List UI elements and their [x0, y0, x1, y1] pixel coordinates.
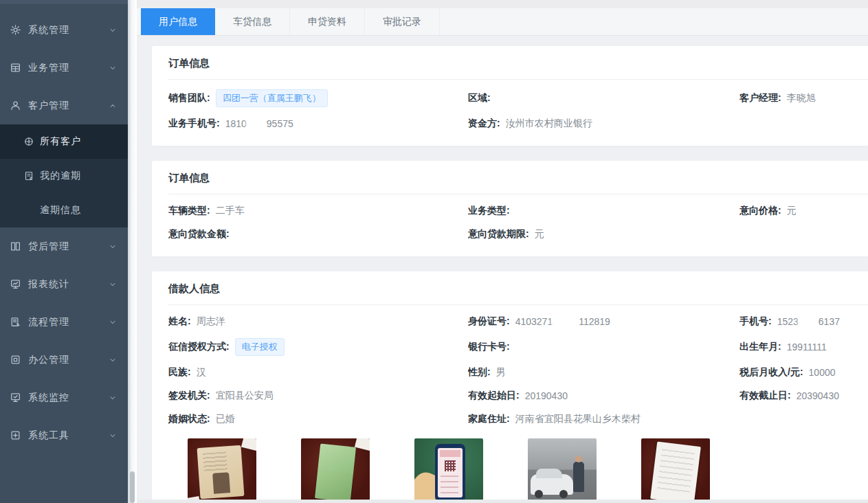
tab-bar: 用户信息 车贷信息 申贷资料 审批记录 — [137, 8, 868, 36]
sidebar-item-business-management[interactable]: 业务管理 — [0, 49, 128, 87]
photo-phone-qr[interactable] — [414, 438, 483, 503]
redaction-patch — [553, 316, 578, 326]
field-value: 20190430 — [525, 390, 568, 401]
field-monthly-income: 税后月收入/元: 10000 — [739, 366, 868, 379]
field-valid-from: 有效起始日: 20190430 — [468, 390, 739, 402]
sidebar-item-label: 系统工具 — [28, 429, 69, 442]
sidebar-item-label: 办公管理 — [28, 354, 69, 366]
field-label: 客户经理: — [739, 92, 781, 104]
field-account-manager: 客户经理: 李晓旭 — [739, 92, 868, 104]
sidebar-item-label: 流程管理 — [28, 316, 69, 328]
sidebar-scrollbar-thumb[interactable] — [130, 471, 135, 503]
wheel-icon — [23, 136, 34, 147]
sidebar-item-label: 报表统计 — [28, 278, 69, 291]
field-value: 4103271112819 — [515, 316, 610, 327]
field-issuing-authority: 签发机关: 宜阳县公安局 — [168, 390, 468, 402]
sidebar-subitem-label: 所有客户 — [40, 135, 81, 148]
sidebar-item-process-management[interactable]: 流程管理 — [0, 303, 128, 341]
document-photos: 身份证 驾驶证原件 — [168, 438, 868, 503]
tab-car-loan-info[interactable]: 车贷信息 — [215, 8, 290, 35]
divider — [168, 304, 868, 305]
photo-item: 人车合影 — [528, 438, 597, 503]
field-label: 银行卡号: — [468, 341, 510, 353]
field-value: 男 — [496, 366, 506, 379]
field-loan-term: 意向贷款期限: 元 — [468, 228, 739, 241]
field-label: 意向贷款金额: — [168, 228, 230, 241]
top-strip — [137, 0, 868, 8]
field-mobile: 手机号: 15236137 — [739, 315, 868, 328]
report-monitor-icon — [10, 278, 21, 290]
field-id-number: 身份证号: 4103271112819 — [468, 315, 739, 328]
field-marital-status: 婚姻状态: 已婚 — [168, 413, 468, 425]
field-sales-team: 销售团队: 四团一营（直属王鹏飞） — [168, 89, 468, 107]
tab-user-info[interactable]: 用户信息 — [141, 8, 215, 35]
office-square-icon — [10, 354, 21, 366]
field-label: 车辆类型: — [168, 205, 210, 217]
field-name: 姓名: 周志洋 — [168, 315, 468, 328]
field-label: 征信授权方式: — [168, 341, 230, 353]
photo-item: 其他材料 — [641, 438, 710, 503]
photo-person-with-car[interactable] — [528, 438, 597, 503]
sidebar-subitem-my-overdue[interactable]: 我的逾期 — [0, 159, 128, 193]
field-gender: 性别: 男 — [468, 366, 739, 379]
notebook-icon — [23, 170, 34, 181]
sidebar-item-report-statistics[interactable]: 报表统计 — [0, 265, 128, 303]
horizontal-scrollbar-track[interactable] — [137, 500, 868, 503]
field-label: 有效起始日: — [468, 390, 520, 402]
field-business-phone: 业务手机号: 181095575 — [168, 118, 468, 130]
photo-green-booklet[interactable] — [301, 438, 370, 503]
field-row: 车辆类型: 二手车 业务类型: 意向价格: 元 — [168, 204, 868, 218]
redaction-patch — [799, 316, 818, 326]
sidebar-item-office-management[interactable]: 办公管理 — [0, 341, 128, 379]
field-label: 姓名: — [168, 315, 191, 328]
tab-label: 用户信息 — [159, 16, 197, 28]
field-value: 元 — [535, 228, 544, 241]
chevron-down-icon — [109, 432, 117, 440]
monitor-check-icon — [10, 392, 21, 403]
sidebar-item-system-management[interactable]: 系统管理 — [0, 11, 128, 49]
field-row: 签发机关: 宜阳县公安局 有效起始日: 20190430 有效截止日: 2039… — [168, 389, 868, 403]
field-row: 婚姻状态: 已婚 家庭住址: 河南省宜阳县花果山乡木柴村 — [168, 412, 868, 426]
field-value: 20390430 — [797, 390, 839, 401]
credit-auth-tag[interactable]: 电子授权 — [235, 338, 285, 356]
page: 系统管理 业务管理 客户管理 — [0, 0, 868, 503]
sidebar-item-label: 系统监控 — [28, 392, 69, 404]
sidebar-item-system-monitor[interactable]: 系统监控 — [0, 379, 128, 416]
sidebar-subitem-label: 逾期信息 — [40, 204, 81, 216]
sidebar-nav: 系统管理 业务管理 客户管理 — [0, 4, 128, 454]
sidebar: 系统管理 业务管理 客户管理 — [0, 0, 128, 503]
field-label: 意向贷款期限: — [468, 228, 529, 241]
tab-content: 订单信息 销售团队: 四团一营（直属王鹏飞） 区域: 客户经理: 李晓旭 — [137, 36, 868, 503]
photo-document-paper[interactable] — [641, 438, 710, 503]
sidebar-item-customer-management[interactable]: 客户管理 — [0, 87, 128, 124]
field-valid-to: 有效截止日: 20390430 — [739, 390, 868, 402]
sidebar-subitem-overdue-info[interactable]: 逾期信息 — [0, 193, 128, 227]
photo-id-card[interactable] — [188, 438, 256, 503]
card-title: 订单信息 — [168, 57, 868, 70]
sales-team-tag[interactable]: 四团一营（直属王鹏飞） — [216, 89, 328, 107]
tab-loan-application-materials[interactable]: 申贷资料 — [290, 8, 365, 35]
field-value: 宜阳县公安局 — [216, 390, 274, 402]
field-value: 李晓旭 — [787, 92, 816, 104]
field-row: 意向贷款金额: 意向贷款期限: 元 — [168, 227, 868, 241]
chevron-down-icon — [109, 394, 117, 402]
divider — [168, 79, 868, 80]
field-region: 区域: — [468, 92, 739, 104]
field-label: 销售团队: — [168, 92, 210, 104]
tab-label: 申贷资料 — [308, 16, 346, 28]
sidebar-item-postloan-management[interactable]: 贷后管理 — [0, 227, 128, 265]
sidebar-subitem-all-customers[interactable]: 所有客户 — [0, 124, 128, 159]
sidebar-item-system-tools[interactable]: 系统工具 — [0, 416, 128, 454]
tab-approval-records[interactable]: 审批记录 — [365, 8, 440, 35]
sidebar-item-label: 客户管理 — [28, 100, 69, 112]
redaction-patch — [247, 118, 266, 128]
field-label: 出生年月: — [739, 341, 781, 353]
chevron-down-icon — [109, 64, 117, 72]
field-label: 婚姻状态: — [168, 413, 210, 425]
sidebar-scrollbar-track[interactable] — [128, 0, 137, 503]
sidebar-item-label: 业务管理 — [28, 62, 69, 74]
field-row: 姓名: 周志洋 身份证号: 4103271112819 手机号: 1523613… — [168, 315, 868, 328]
order-info-card-1: 订单信息 销售团队: 四团一营（直属王鹏飞） 区域: 客户经理: 李晓旭 — [151, 45, 868, 146]
chevron-down-icon — [109, 318, 117, 326]
chevron-up-icon — [109, 102, 117, 110]
